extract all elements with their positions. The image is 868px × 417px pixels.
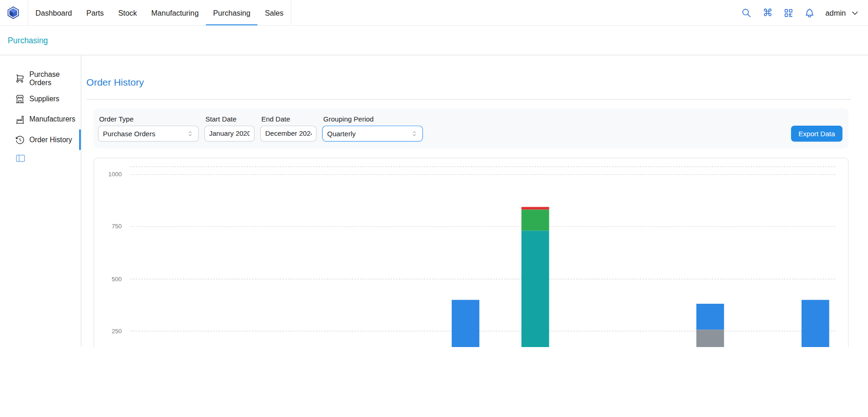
grouping-period-group: Grouping Period Quarterly: [322, 116, 423, 141]
end-date-label: End Date: [260, 116, 317, 123]
chart-plot: [130, 167, 835, 347]
title-divider: [87, 99, 851, 99]
start-date-label: Start Date: [204, 116, 255, 123]
username: admin: [826, 9, 846, 17]
chevron-selector-icon: [186, 130, 194, 137]
chart-gridline-top: [130, 167, 835, 167]
chart-bar-segment-teal[interactable]: [522, 231, 549, 347]
shopping-cart-icon: [15, 73, 25, 83]
tab-sales[interactable]: Sales: [258, 0, 291, 25]
tab-dashboard[interactable]: Dashboard: [28, 0, 79, 25]
chart-bar-segment-gray[interactable]: [697, 330, 724, 347]
tab-manufacturing[interactable]: Manufacturing: [144, 0, 206, 25]
chart-y-tick-label: 750: [111, 223, 122, 230]
app-root: Dashboard Parts Stock Manufacturing Purc…: [0, 0, 868, 347]
grouping-period-select[interactable]: Quarterly: [322, 126, 423, 142]
tab-parts[interactable]: Parts: [79, 0, 111, 25]
chart-bar-segment-blue[interactable]: [802, 300, 829, 347]
chevron-selector-icon: [411, 130, 418, 137]
breadcrumb[interactable]: Purchasing: [8, 36, 48, 45]
tab-label: Manufacturing: [151, 9, 199, 17]
order-history-chart-card: 02505007501000 2020-01-012020-07-012021-…: [93, 158, 849, 347]
notifications-bell-icon[interactable]: [804, 7, 815, 18]
tab-label: Dashboard: [35, 9, 72, 17]
tab-label: Sales: [265, 9, 284, 17]
building-factory-icon: [15, 114, 25, 124]
start-date-input[interactable]: [204, 126, 255, 142]
tab-label: Stock: [118, 9, 137, 17]
order-type-select[interactable]: Purchase Orders: [98, 126, 199, 142]
sidebar-item-label: Manufacturers: [29, 115, 76, 123]
topbar-actions: ⌘ admin: [741, 0, 862, 25]
filter-card: Order Type Purchase Orders Start Date En…: [93, 109, 849, 149]
end-date-input[interactable]: [260, 126, 317, 142]
sidebar-item-purchase-orders[interactable]: Purchase Orders: [0, 68, 81, 88]
chart-bar-segment-blue[interactable]: [452, 300, 479, 347]
history-clock-icon: [15, 135, 25, 145]
inventree-logo-icon: [6, 6, 20, 19]
chart-gridline: [130, 279, 835, 279]
end-date-group: End Date: [260, 116, 317, 141]
export-data-button[interactable]: Export Data: [791, 126, 843, 142]
chart-bar[interactable]: [802, 300, 829, 347]
order-type-value: Purchase Orders: [103, 130, 156, 138]
command-palette-icon[interactable]: ⌘: [763, 7, 773, 18]
chart-bar-segment-blue[interactable]: [697, 304, 724, 330]
sidebar-item-label: Purchase Orders: [29, 70, 81, 87]
sidebar-item-manufacturers[interactable]: Manufacturers: [0, 109, 81, 129]
breadcrumb-bar: Purchasing: [0, 26, 868, 55]
sidebar-item-label: Suppliers: [29, 95, 59, 103]
tab-purchasing[interactable]: Purchasing: [206, 0, 257, 25]
main-row: Purchase Orders Suppliers Manufacturers: [0, 55, 868, 347]
page-title: Order History: [87, 77, 851, 88]
building-store-icon: [15, 94, 25, 104]
tab-stock[interactable]: Stock: [111, 0, 144, 25]
sidebar-toggle-icon[interactable]: [15, 153, 26, 163]
chevron-down-icon: [851, 9, 859, 17]
sidebar-item-order-history[interactable]: Order History: [0, 129, 81, 150]
chart-bar[interactable]: [522, 207, 549, 347]
chart-y-tick-label: 1000: [108, 171, 122, 177]
chart-gridline: [130, 226, 835, 227]
tab-label: Parts: [87, 9, 104, 17]
chart-bar[interactable]: [452, 300, 479, 347]
grouping-period-label: Grouping Period: [322, 116, 423, 123]
sidebar-item-label: Order History: [29, 136, 72, 144]
nav-tabs: Dashboard Parts Stock Manufacturing Purc…: [28, 0, 291, 25]
chart-y-labels: 02505007501000: [94, 167, 126, 347]
chart-bar-segment-emerald[interactable]: [522, 210, 549, 231]
grouping-period-value: Quarterly: [327, 130, 355, 138]
order-type-label: Order Type: [98, 116, 199, 123]
chart-gridline: [130, 331, 835, 331]
sidebar-item-suppliers[interactable]: Suppliers: [0, 88, 81, 109]
start-date-group: Start Date: [204, 116, 255, 141]
order-type-group: Order Type Purchase Orders: [98, 116, 199, 141]
chart-gridline: [130, 174, 835, 175]
tab-label: Purchasing: [213, 9, 250, 17]
chart-y-tick-label: 250: [111, 328, 122, 334]
scan-qr-icon[interactable]: [783, 7, 794, 18]
content-panel: Order History Order Type Purchase Orders…: [82, 55, 868, 347]
top-navbar: Dashboard Parts Stock Manufacturing Purc…: [0, 0, 868, 26]
user-menu[interactable]: admin: [826, 9, 859, 17]
sidebar: Purchase Orders Suppliers Manufacturers: [0, 55, 82, 347]
search-icon[interactable]: [741, 7, 752, 18]
chart-bar[interactable]: [697, 303, 724, 347]
chart-y-tick-label: 500: [111, 276, 122, 282]
app-logo[interactable]: [6, 0, 20, 25]
